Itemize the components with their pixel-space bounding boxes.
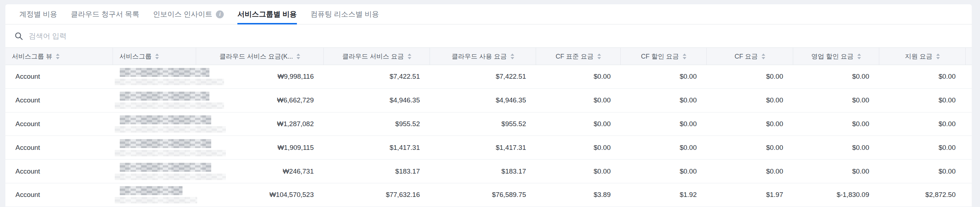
column-header-label: CF 요금 bbox=[735, 52, 758, 61]
cell-support-fee: $0.00 bbox=[879, 89, 965, 112]
service-group-redacted-block-faint bbox=[115, 197, 197, 204]
column-header-cloud-service-fee[interactable]: 클라우드 서비스 요금 bbox=[323, 48, 430, 65]
cell-sales-discount-fee: $-1,830.09 bbox=[793, 183, 879, 207]
column-header-cf-discount-fee[interactable]: CF 할인 요금 bbox=[620, 48, 706, 65]
column-header-label: 서비스그룹 bbox=[119, 52, 152, 61]
table-row: Account₩246,731$183.17$183.17$0.00$0.00$… bbox=[5, 160, 972, 183]
column-header-label: 서비스그룹 뷰 bbox=[12, 52, 52, 61]
cell-support-fee: $0.00 bbox=[879, 112, 965, 136]
cell-cloud-service-fee-krw: ₩104,570,523 bbox=[196, 183, 323, 207]
info-icon[interactable]: i bbox=[216, 10, 224, 18]
cell-service-group-view: Account bbox=[5, 183, 113, 207]
column-header-sales-discount-fee[interactable]: 영업 할인 요금 bbox=[793, 48, 879, 65]
cell-stub bbox=[965, 183, 972, 207]
column-header-label: CF 할인 요금 bbox=[641, 52, 679, 61]
tab-cost-by-service-group[interactable]: 서비스그룹별 비용 bbox=[237, 4, 297, 24]
service-group-redacted-block bbox=[120, 186, 183, 195]
table-row: Account₩1,287,082$955.52$955.52$0.00$0.0… bbox=[5, 112, 972, 136]
column-header-label: CF 표준 요금 bbox=[556, 52, 594, 61]
tab-cloud-invoice-list[interactable]: 클라우드 청구서 목록 bbox=[71, 4, 140, 24]
cell-cloud-usage-fee: $4,946.35 bbox=[430, 89, 536, 112]
cell-cloud-service-fee: $7,422.51 bbox=[323, 65, 430, 88]
service-group-redacted-block-faint bbox=[115, 173, 226, 180]
cell-cf-fee: $0.00 bbox=[706, 160, 793, 183]
cell-service-group bbox=[113, 65, 196, 88]
column-header-support-fee[interactable]: 지원 요금 bbox=[879, 48, 965, 65]
cell-service-group bbox=[113, 112, 196, 136]
cell-cf-fee: $0.00 bbox=[706, 112, 793, 136]
sort-icon bbox=[936, 53, 940, 59]
column-header-cloud-usage-fee[interactable]: 클라우드 사용 요금 bbox=[430, 48, 536, 65]
cell-cloud-service-fee: $183.17 bbox=[323, 160, 430, 183]
column-header-service-group-view[interactable]: 서비스그룹 뷰 bbox=[5, 48, 113, 65]
cell-sales-discount-fee: $0.00 bbox=[793, 89, 879, 112]
cell-cf-standard-fee: $0.00 bbox=[536, 160, 620, 183]
column-header-cloud-service-fee-krw[interactable]: 클라우드 서비스 요금(K... bbox=[196, 48, 323, 65]
cell-support-fee: $0.00 bbox=[879, 65, 965, 88]
tab-label: 인보이스 인사이트 bbox=[153, 10, 213, 19]
table-row: Account₩6,662,729$4,946.35$4,946.35$0.00… bbox=[5, 89, 972, 112]
cell-cloud-usage-fee: $1,417.31 bbox=[430, 136, 536, 159]
cell-sales-discount-fee: $0.00 bbox=[793, 160, 879, 183]
tab-invoice-insight[interactable]: 인보이스 인사이트i bbox=[153, 4, 224, 24]
cell-support-fee: $2,872.50 bbox=[879, 183, 965, 207]
cell-stub bbox=[965, 89, 972, 112]
tab-label: 서비스그룹별 비용 bbox=[237, 10, 297, 19]
table-row: Account₩9,998,116$7,422.51$7,422.51$0.00… bbox=[5, 65, 972, 89]
cell-cf-discount-fee: $0.00 bbox=[620, 112, 706, 136]
table-row: Account₩1,909,115$1,417.31$1,417.31$0.00… bbox=[5, 136, 972, 160]
cell-cloud-service-fee: $1,417.31 bbox=[323, 136, 430, 159]
cell-sales-discount-fee: $0.00 bbox=[793, 136, 879, 159]
cell-cloud-usage-fee: $955.52 bbox=[430, 112, 536, 136]
table-row: Account₩104,570,523$77,632.16$76,589.75$… bbox=[5, 183, 972, 207]
cell-stub bbox=[965, 160, 972, 183]
tab-cost-by-account[interactable]: 계정별 비용 bbox=[19, 4, 57, 24]
search-input[interactable] bbox=[29, 32, 972, 40]
cell-service-group-view: Account bbox=[5, 65, 113, 88]
table-body: Account₩9,998,116$7,422.51$7,422.51$0.00… bbox=[5, 65, 972, 207]
column-header-label: 클라우드 서비스 요금 bbox=[342, 52, 404, 61]
service-group-redacted-block-faint bbox=[115, 79, 224, 85]
cell-cf-fee: $0.00 bbox=[706, 65, 793, 88]
column-header-label: 클라우드 사용 요금 bbox=[452, 52, 507, 61]
tab-cost-by-computing-resource[interactable]: 컴퓨팅 리소스별 비용 bbox=[310, 4, 379, 24]
sort-icon bbox=[597, 53, 601, 59]
column-header-cf-standard-fee[interactable]: CF 표준 요금 bbox=[536, 48, 620, 65]
column-header-cf-fee[interactable]: CF 요금 bbox=[706, 48, 793, 65]
tab-label: 클라우드 청구서 목록 bbox=[71, 10, 140, 19]
cell-cf-fee: $1.97 bbox=[706, 183, 793, 207]
cell-cf-fee: $0.00 bbox=[706, 136, 793, 159]
column-header-service-group[interactable]: 서비스그룹 bbox=[113, 48, 196, 65]
column-header-label: 클라우드 서비스 요금(K... bbox=[220, 52, 293, 61]
sort-icon bbox=[296, 53, 300, 59]
cell-support-fee: $0.00 bbox=[879, 136, 965, 159]
tab-label: 컴퓨팅 리소스별 비용 bbox=[310, 10, 379, 19]
cell-service-group bbox=[113, 89, 196, 112]
sort-icon bbox=[408, 53, 411, 59]
service-group-redacted-block bbox=[120, 139, 211, 148]
cell-sales-discount-fee: $0.00 bbox=[793, 65, 879, 88]
service-group-redacted-block-faint bbox=[115, 150, 226, 156]
column-header-label: 지원 요금 bbox=[905, 52, 932, 61]
cell-stub bbox=[965, 112, 972, 136]
tab-label: 계정별 비용 bbox=[19, 10, 57, 19]
service-group-redacted-block bbox=[120, 91, 209, 101]
cell-cf-discount-fee: $0.00 bbox=[620, 89, 706, 112]
sort-icon bbox=[683, 53, 686, 59]
column-header-label: 영업 할인 요금 bbox=[811, 52, 853, 61]
cell-service-group bbox=[113, 136, 196, 159]
cell-cf-discount-fee: $0.00 bbox=[620, 160, 706, 183]
cell-cf-standard-fee: $0.00 bbox=[536, 136, 620, 159]
cell-cloud-usage-fee: $183.17 bbox=[430, 160, 536, 183]
service-group-redacted-block bbox=[120, 163, 211, 172]
cell-stub bbox=[965, 65, 972, 88]
service-group-redacted-block bbox=[120, 116, 211, 124]
sort-icon bbox=[56, 53, 59, 59]
search-icon bbox=[15, 32, 23, 40]
cell-service-group bbox=[113, 160, 196, 183]
column-header-stub bbox=[965, 48, 972, 65]
cell-cf-fee: $0.00 bbox=[706, 89, 793, 112]
cell-cf-discount-fee: $0.00 bbox=[620, 136, 706, 159]
cell-cf-standard-fee: $3.89 bbox=[536, 183, 620, 207]
search-bar bbox=[5, 24, 972, 47]
